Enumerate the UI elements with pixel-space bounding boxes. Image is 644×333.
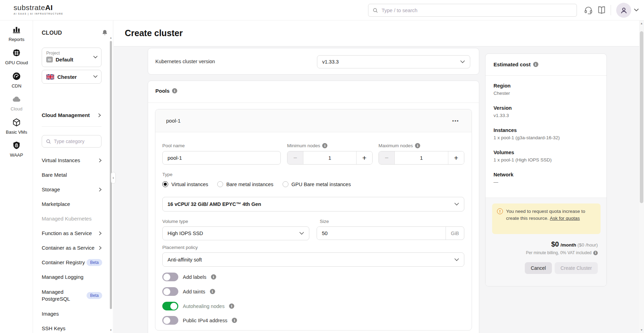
autohealing-nodes-row: Autohealing nodes i	[162, 302, 234, 310]
rail-item-cdn[interactable]: CDN	[0, 72, 33, 89]
pool-card-header: pool-1 •••	[155, 109, 472, 132]
radio-icon	[162, 181, 168, 187]
category-search-input[interactable]	[54, 139, 92, 144]
project-selector[interactable]: Project ID Default	[42, 48, 101, 67]
plus-icon[interactable]: +	[448, 151, 464, 164]
volume-type-select[interactable]: High IOPS SSD	[162, 226, 309, 240]
notifications-bell-icon[interactable]	[101, 29, 108, 36]
rail-item-waap[interactable]: WAAP	[0, 141, 33, 158]
info-icon[interactable]: i	[210, 289, 215, 294]
chevron-down-icon	[454, 258, 459, 261]
support-headset-icon[interactable]	[584, 6, 593, 15]
chevron-right-icon	[98, 246, 102, 250]
scroll-up-icon[interactable]: ▲	[639, 22, 644, 25]
region-selector[interactable]: Chester	[42, 70, 101, 84]
scroll-down-icon[interactable]: ▼	[109, 328, 113, 332]
autohealing-nodes-toggle[interactable]	[162, 302, 178, 310]
warning-icon: !	[497, 208, 503, 214]
ask-for-quotas-link[interactable]: Ask for quotas	[550, 216, 580, 221]
minus-icon[interactable]: −	[379, 151, 395, 164]
global-search-input[interactable]	[382, 8, 572, 13]
summary-row-volumes: Volumes 1 x pool-1 (High IOPS SSD)	[494, 150, 598, 172]
cloud-management-link[interactable]: Cloud Management	[42, 112, 101, 118]
chevron-down-icon	[454, 202, 459, 206]
sidebar-item-images[interactable]: Images	[42, 307, 102, 321]
radio-gpu-bare-metal-instances[interactable]: GPU Bare metal instances	[283, 181, 351, 187]
size-unit: GiB	[446, 227, 464, 240]
quota-warning-text: You need to request quota increase to cr…	[506, 208, 596, 230]
size-label: Size	[320, 219, 329, 224]
project-id-badge: ID	[46, 57, 53, 63]
cube-icon	[12, 118, 21, 127]
gpu-chip-icon	[12, 48, 21, 58]
scroll-up-icon[interactable]: ▲	[109, 36, 113, 40]
info-icon[interactable]: i	[229, 303, 234, 309]
project-value: Default	[56, 57, 73, 63]
rail-item-gpu-cloud[interactable]: GPU Cloud	[0, 48, 33, 65]
radio-bare-metal-instances[interactable]: Bare metal instances	[217, 181, 273, 187]
search-icon	[46, 139, 51, 144]
size-input[interactable]: GiB	[317, 226, 464, 240]
create-cluster-button[interactable]: Create Cluster	[555, 262, 598, 274]
info-icon[interactable]: i	[211, 274, 216, 280]
sidebar-item-function-as-a-service[interactable]: Function as a Service	[42, 226, 102, 241]
placement-policy-label: Placement policy	[162, 245, 198, 250]
summary-row-version: Version v1.33.3	[494, 105, 598, 127]
plus-icon[interactable]: +	[356, 151, 372, 164]
user-avatar[interactable]	[616, 3, 631, 18]
sidebar-scrollbar[interactable]: ▲ ▼	[109, 36, 113, 332]
placement-policy-select[interactable]: Anti-affinity soft	[162, 252, 464, 267]
pools-card: Pools i pool-1 ••• Pool name Minimum nod…	[148, 81, 479, 333]
max-nodes-value[interactable]: 1	[395, 151, 448, 164]
info-icon[interactable]: i	[322, 143, 327, 148]
cloud-sidebar: CLOUD Project ID Default Chest	[33, 20, 113, 333]
max-nodes-stepper: − 1 +	[378, 151, 464, 165]
sidebar-item-managed-logging[interactable]: Managed Logging	[42, 270, 102, 284]
info-icon[interactable]: i	[533, 62, 538, 67]
min-nodes-value[interactable]: 1	[303, 151, 356, 164]
cancel-button[interactable]: Cancel	[525, 262, 552, 274]
sidebar-item-storage[interactable]: Storage	[42, 182, 102, 197]
docs-book-icon[interactable]	[597, 6, 606, 15]
flavor-select[interactable]: 16 vCPU/ 32 GiB/ AMD EPYC™ 4th Gen	[162, 197, 464, 211]
sidebar-item-managed-postgresql[interactable]: Managed PostgreSQL Beta	[42, 284, 102, 307]
volume-type-label: Volume type	[162, 219, 188, 224]
minus-icon[interactable]: −	[287, 151, 303, 164]
info-icon[interactable]: i	[593, 251, 598, 255]
global-search[interactable]	[368, 4, 577, 17]
sidebar-collapse-button[interactable]: ‹	[111, 172, 116, 184]
sidebar-item-marketplace[interactable]: Marketplace	[42, 197, 102, 211]
chevron-down-icon	[460, 60, 465, 64]
info-icon[interactable]: i	[172, 88, 177, 93]
chevron-down-icon	[93, 75, 98, 78]
chevron-right-icon	[98, 158, 102, 163]
version-label: Kubernetes cluster version	[155, 59, 215, 64]
rail-item-basic-vms[interactable]: Basic VMs	[0, 118, 33, 135]
pool-menu-ellipsis-icon[interactable]: •••	[452, 118, 459, 123]
account-menu-chevron-icon[interactable]	[634, 8, 639, 12]
chevron-down-icon	[93, 56, 98, 59]
window-scrollbar-thumb[interactable]	[640, 31, 643, 203]
sidebar-item-container-as-a-service[interactable]: Container as a Service	[42, 241, 102, 255]
chevron-down-icon	[299, 232, 304, 235]
scroll-down-icon[interactable]: ▼	[639, 328, 644, 332]
radio-virtual-instances[interactable]: Virtual instances	[162, 181, 208, 187]
info-icon[interactable]: i	[415, 143, 420, 148]
window-scrollbar[interactable]: ▲ ▼	[639, 20, 644, 333]
pool-name-input[interactable]	[162, 151, 281, 165]
info-icon[interactable]: i	[232, 318, 237, 323]
version-select[interactable]: v1.33.3	[317, 55, 470, 68]
sidebar-item-container-registry[interactable]: Container Registry Beta	[42, 255, 102, 270]
add-taints-toggle[interactable]	[162, 287, 178, 296]
sidebar-item-ssh-keys[interactable]: SSH Keys	[42, 321, 102, 333]
rail-item-cloud[interactable]: Cloud	[0, 94, 33, 111]
brand-logo[interactable]: substrateAI AI SAAS | AI INFRASTRUCTURE	[14, 3, 63, 15]
public-ipv4-toggle[interactable]	[162, 316, 178, 325]
summary-row-region: Region Chester	[494, 83, 598, 105]
sidebar-item-bare-metal[interactable]: Bare Metal	[42, 168, 102, 182]
rail-item-reports[interactable]: Reports	[0, 25, 33, 42]
max-nodes-label: Maximum nodes i	[378, 143, 420, 148]
sidebar-item-virtual-instances[interactable]: Virtual Instances	[42, 153, 102, 168]
add-labels-toggle[interactable]	[162, 273, 178, 281]
category-search[interactable]	[42, 135, 101, 148]
